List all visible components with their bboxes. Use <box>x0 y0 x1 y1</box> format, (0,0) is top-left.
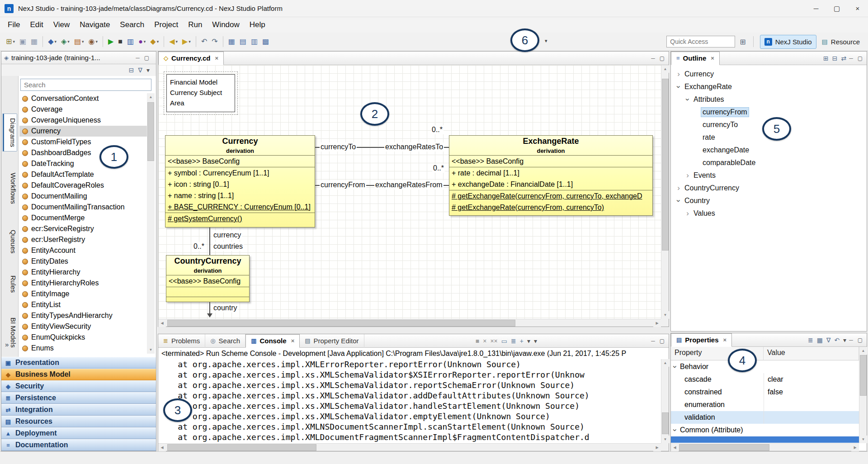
explorer-scrollbar[interactable]: ▲▼ <box>147 93 155 354</box>
perspective-nexj-studio[interactable]: nNexJ Studio <box>760 35 816 49</box>
association-country[interactable] <box>209 302 210 314</box>
property-row-validation[interactable]: validation <box>671 411 859 424</box>
outline-item-events[interactable]: ›Events <box>671 169 867 182</box>
filter-icon[interactable]: ∇ <box>138 66 142 74</box>
explorer-item-defaultcoverageroles[interactable]: DefaultCoverageRoles <box>19 180 147 191</box>
save-all-icon[interactable]: ▦ <box>29 35 39 48</box>
tab-properties[interactable]: ▤ Properties × <box>671 333 732 347</box>
collapse-icon[interactable]: › <box>674 83 683 91</box>
explorer-item-coverage[interactable]: Coverage <box>19 104 147 115</box>
uml-member[interactable]: # getSystemCurrency() <box>168 213 312 224</box>
new-wizard-icon[interactable]: ⊞▾ <box>4 35 17 48</box>
quick-access-input[interactable] <box>666 36 735 47</box>
scroll-up-icon[interactable]: ▲ <box>859 347 867 355</box>
scroll-up-icon[interactable]: ▲ <box>661 359 669 367</box>
outline-item-currencyfrom[interactable]: currencyFrom <box>671 106 867 118</box>
layer-documentation[interactable]: ≡Documentation <box>1 439 156 451</box>
column-layout-icon[interactable]: ▥ <box>249 35 259 48</box>
association-countries[interactable] <box>209 227 210 255</box>
uml-member[interactable]: + symbol : CurrencyEnum [1..1] <box>168 167 312 179</box>
scheme-console-icon[interactable]: ▥ <box>125 35 136 48</box>
collapse-icon[interactable]: › <box>671 426 679 434</box>
collapse-icon[interactable]: › <box>671 363 679 371</box>
explorer-item-customfieldtypes[interactable]: CustomFieldTypes <box>19 137 147 147</box>
explorer-item-enumquickpicks[interactable]: EnumQuickpicks <box>19 332 147 343</box>
side-tabs-overflow-icon[interactable]: » <box>5 341 9 348</box>
toolbar-overflow-icon[interactable]: ▾ <box>545 38 547 44</box>
explorer-item-entityhierarchy[interactable]: EntityHierarchy <box>19 267 147 278</box>
menu-search[interactable]: Search <box>115 17 149 33</box>
sidebar-tab-diagrams[interactable]: Diagrams <box>3 114 17 152</box>
remove-all-launches-icon[interactable]: ×× <box>490 337 497 345</box>
menu-view[interactable]: View <box>48 17 75 33</box>
scroll-right-icon[interactable]: ▶ <box>851 444 859 451</box>
scrollbar-thumb[interactable] <box>662 412 669 434</box>
collapse-all-icon[interactable]: ⊟ <box>129 66 134 74</box>
layer-presentation[interactable]: ▣Presentation <box>1 357 156 369</box>
close-tab-icon[interactable]: × <box>215 55 218 62</box>
subject-area-label[interactable]: Financial Model Currency Subject Area <box>166 74 235 112</box>
model-library-icon[interactable]: ◈▾ <box>59 35 71 48</box>
editor-vertical-scrollbar[interactable]: ▲▼ <box>661 65 669 319</box>
tab-search[interactable]: ◎Search <box>205 334 245 348</box>
explorer-item-entitydates[interactable]: EntityDates <box>19 256 147 267</box>
property-row-constrained[interactable]: constrainedfalse <box>671 386 859 398</box>
console-output[interactable]: at org.apache.xerces.impl.XMLErrorReport… <box>158 359 661 443</box>
scroll-right-icon[interactable]: ▶ <box>653 444 661 451</box>
multiplicity-label[interactable]: 0..* <box>193 242 205 251</box>
explorer-item-conversationcontext[interactable]: ConversationContext <box>19 93 147 104</box>
outline-item-attributes[interactable]: ›Attributes <box>671 93 867 106</box>
close-view-icon[interactable]: × <box>291 337 295 344</box>
remove-launch-icon[interactable]: × <box>483 337 486 345</box>
layer-integration[interactable]: ⇄Integration <box>1 404 156 416</box>
class-countrycurrency[interactable]: CountryCurrency derivation <<base>> Base… <box>166 255 250 302</box>
stop-icon[interactable]: ■ <box>116 35 124 48</box>
scroll-up-icon[interactable]: ▲ <box>661 65 669 73</box>
explorer-item-currency[interactable]: Currency <box>19 126 147 137</box>
tab-console[interactable]: ▥Console× <box>245 334 300 348</box>
row-layout-icon[interactable]: ▤ <box>238 35 248 48</box>
tab-currency-cd[interactable]: ◇ Currency.cd × <box>158 52 224 65</box>
view-menu-icon[interactable]: ▾ <box>146 66 150 74</box>
uml-member[interactable]: + rate : decimal [1..1] <box>452 167 650 179</box>
menu-help[interactable]: Help <box>245 17 270 33</box>
menu-navigate[interactable]: Navigate <box>75 17 115 33</box>
minimize-button[interactable]: ─ <box>806 0 826 17</box>
clear-console-icon[interactable]: ▭ <box>501 337 507 345</box>
open-console-icon[interactable]: ▾ <box>534 337 537 345</box>
close-view-icon[interactable]: × <box>711 55 714 62</box>
scrollbar-thumb[interactable] <box>147 102 154 161</box>
tab-property-editor[interactable]: ▤Property Editor <box>300 334 364 348</box>
search-input[interactable] <box>20 79 151 91</box>
sidebar-tab-workflows[interactable]: Workflows <box>3 169 17 208</box>
explorer-item-documentmailing[interactable]: DocumentMailing <box>19 191 147 202</box>
explorer-item-defaultacttemplate[interactable]: DefaultActTemplate <box>19 169 147 180</box>
explorer-item-ecr-serviceregistry[interactable]: ecr:ServiceRegistry <box>19 223 147 234</box>
console-vertical-scrollbar[interactable]: ▲▼ <box>661 359 669 443</box>
property-row-enumeration[interactable]: enumeration <box>671 398 859 411</box>
restore-defaults-icon[interactable]: ↶ <box>834 336 840 344</box>
outline-item-comparabledate[interactable]: comparableDate <box>671 156 867 169</box>
expand-icon[interactable]: › <box>684 209 692 218</box>
scroll-lock-icon[interactable]: ≣ <box>511 337 516 345</box>
scrollbar-thumb[interactable] <box>167 320 515 327</box>
minimize-view-icon[interactable]: ─ <box>849 337 853 343</box>
minimize-view-icon[interactable]: ─ <box>651 338 655 344</box>
pin-console-icon[interactable]: + <box>520 337 524 345</box>
class-currency[interactable]: Currency derivation <<base>> BaseConfig … <box>165 135 315 227</box>
property-value[interactable] <box>764 398 859 411</box>
outline-item-values[interactable]: ›Values <box>671 207 867 220</box>
scroll-down-icon[interactable]: ▼ <box>859 436 867 443</box>
layer-resources[interactable]: ▤Resources <box>1 416 156 427</box>
scrollbar-thumb[interactable] <box>679 444 769 451</box>
sidebar-tab-rules[interactable]: Rules <box>3 271 17 297</box>
tab-outline[interactable]: ≡ Outline × <box>671 52 720 65</box>
class-base[interactable]: <<base>> BaseConfig <box>168 156 312 167</box>
scroll-down-icon[interactable]: ▼ <box>147 346 155 354</box>
user-account-icon[interactable]: ◉▾ <box>87 35 100 48</box>
maximize-view-icon[interactable]: ▢ <box>858 337 863 343</box>
scroll-up-icon[interactable]: ▲ <box>147 93 155 101</box>
maximize-view-icon[interactable]: ▢ <box>660 338 665 344</box>
publish-icon[interactable]: ▤▾ <box>72 35 86 48</box>
show-advanced-icon[interactable]: ∇ <box>826 336 830 344</box>
